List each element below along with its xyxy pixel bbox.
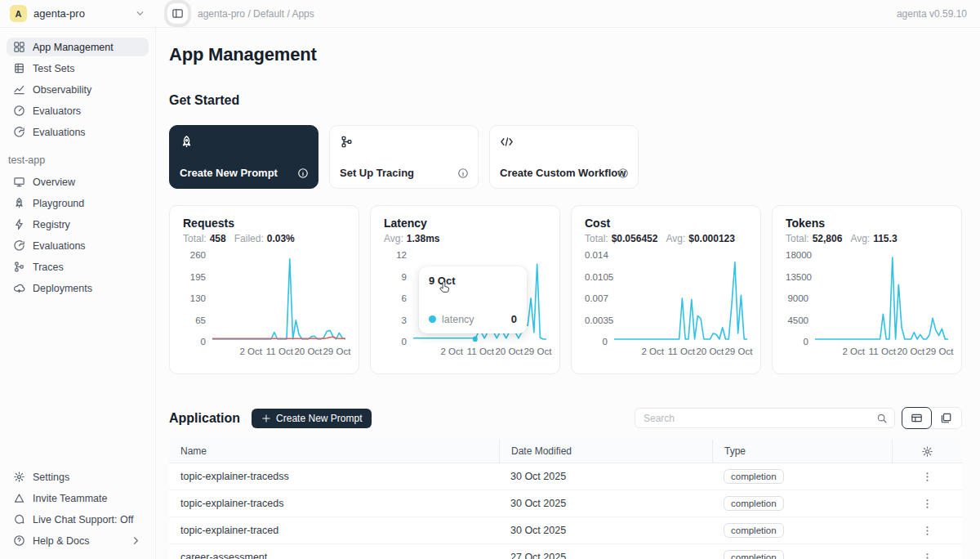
info-icon[interactable] [617, 168, 629, 179]
sidebar-item-invite-teammate[interactable]: Invite Teammate [7, 489, 149, 508]
sidebar-item-settings[interactable]: Settings [7, 467, 149, 486]
set-up-tracing-card[interactable]: Set Up Tracing [329, 125, 479, 189]
breadcrumb[interactable]: agenta-pro / Default / Apps [198, 8, 314, 20]
sidebar-item-label: Deployments [33, 283, 92, 294]
metric-value: 1.38ms [407, 233, 440, 244]
cost-series-cost [614, 262, 747, 339]
tokens-chart-card: Tokens Total:52,806Avg:115.3 18000135009… [772, 205, 962, 374]
create-new-prompt-button[interactable]: Create New Prompt [252, 409, 372, 428]
type-badge: completion [724, 496, 784, 511]
table-row[interactable]: topic-explainer-traced 30 Oct 2025 compl… [169, 517, 962, 544]
sidebar-item-help-docs[interactable]: Help & Docs [7, 531, 149, 550]
sidebar-item-evaluators[interactable]: Evaluators [7, 101, 149, 120]
chart-metrics: Avg:1.38ms [384, 233, 546, 244]
sidebar-item-overview[interactable]: Overview [7, 172, 149, 191]
chart-title: Latency [384, 217, 546, 230]
traces-icon [13, 261, 25, 273]
sidebar: App ManagementTest SetsObservabilityEval… [0, 28, 156, 559]
chart-metrics: Total:$0.056452Avg:$0.000123 [585, 233, 747, 244]
stats-row: Requests Total:458Failed:0.03% 260195130… [169, 205, 962, 374]
chevron-down-icon [134, 7, 146, 20]
sidebar-item-live-chat-support-off[interactable]: Live Chat Support: Off [7, 510, 149, 529]
column-header-type: Type [712, 440, 892, 463]
sidebar-item-evaluations[interactable]: Evaluations [7, 236, 149, 255]
create-custom-workflow-card[interactable]: Create Custom Workflow [489, 125, 639, 189]
get-started-heading: Get Started [169, 93, 962, 108]
tokens-series-tokens [815, 257, 948, 339]
chart-plot[interactable]: 2 Oct11 Oct20 Oct29 Oct [212, 255, 345, 359]
chart-title: Requests [183, 217, 345, 230]
chevron-right-icon [130, 534, 142, 547]
search-input[interactable] [635, 413, 876, 424]
sidebar-item-label: Evaluators [33, 105, 81, 117]
code-icon [500, 135, 514, 149]
get-started-card-label: Create Custom Workflow [500, 167, 626, 179]
card-view-button[interactable] [931, 408, 961, 428]
get-started-row: Create New PromptSet Up TracingCreate Cu… [169, 125, 962, 189]
metric-label: Avg: [666, 233, 685, 244]
topbar: A agenta-pro agenta-pro / Default / Apps… [0, 0, 980, 28]
app-table: Name Date Modified Type topic-explainer-… [169, 440, 962, 559]
sidebar-item-registry[interactable]: Registry [7, 215, 149, 234]
table-view-button[interactable] [902, 407, 932, 429]
workspace-switcher[interactable]: A agenta-pro [0, 5, 156, 22]
type-badge: completion [724, 523, 784, 538]
x-axis-labels: 2 Oct11 Oct20 Oct29 Oct [413, 347, 546, 359]
sidebar-item-label: Evaluations [33, 240, 86, 252]
app-type: completion [712, 517, 892, 543]
dots-vertical-icon [921, 552, 933, 559]
sidebar-item-test-sets[interactable]: Test Sets [7, 59, 149, 78]
info-icon[interactable] [457, 168, 469, 179]
create-new-prompt-card[interactable]: Create New Prompt [169, 125, 318, 189]
grid-icon [13, 41, 25, 53]
dots-vertical-icon [921, 498, 933, 510]
date-modified: 30 Oct 2025 [499, 517, 712, 543]
invite-icon [13, 492, 25, 504]
table-row[interactable]: career-assessment 27 Oct 2025 completion [169, 544, 962, 559]
metric-value: $0.056452 [612, 233, 658, 244]
column-settings-button[interactable] [918, 441, 938, 461]
metric-value: 458 [210, 233, 226, 244]
y-axis-ticks: 0.0140.01050.0070.00350 [585, 250, 614, 347]
row-menu-button[interactable] [917, 467, 937, 486]
sidebar-item-observability[interactable]: Observability [7, 80, 149, 99]
search-icon[interactable] [876, 413, 888, 424]
info-icon[interactable] [297, 168, 309, 179]
sidebar-item-app-management[interactable]: App Management [7, 38, 149, 56]
create-new-prompt-label: Create New Prompt [276, 413, 362, 424]
overview-icon [13, 176, 25, 188]
card-view-icon [940, 412, 952, 424]
sidebar-item-traces[interactable]: Traces [7, 257, 149, 276]
x-axis-labels: 2 Oct11 Oct20 Oct29 Oct [815, 347, 948, 359]
latency-chart-card: Latency Avg:1.38ms 129630 2 Oct11 Oct20 … [370, 205, 560, 374]
tooltip-series-label: latency [442, 314, 474, 325]
chart-plot[interactable]: 2 Oct11 Oct20 Oct29 Oct [614, 255, 747, 359]
evaluators-icon [13, 105, 25, 117]
sidebar-app-nav: OverviewPlaygroundRegistryEvaluationsTra… [7, 172, 149, 300]
settings-icon [13, 471, 25, 483]
app-root: A agenta-pro agenta-pro / Default / Apps… [0, 0, 980, 559]
requests-sparkline [212, 255, 345, 342]
app-name: topic-explainer-traced [169, 517, 499, 543]
chart-plot[interactable]: 2 Oct11 Oct20 Oct29 Oct [815, 255, 948, 359]
row-menu-button[interactable] [917, 548, 937, 559]
settings-icon [921, 445, 933, 458]
chart-metrics: Total:52,806Avg:115.3 [786, 233, 948, 244]
hover-point-marker [473, 337, 478, 342]
sidebar-item-label: Registry [33, 219, 70, 230]
sidebar-item-deployments[interactable]: Deployments [7, 279, 149, 297]
sidebar-item-playground[interactable]: Playground [7, 194, 149, 212]
row-menu-button[interactable] [917, 494, 937, 513]
dots-vertical-icon [921, 525, 933, 537]
zap-icon [13, 218, 25, 230]
row-menu-button[interactable] [917, 521, 937, 540]
table-row[interactable]: topic-explainer-traceds 30 Oct 2025 comp… [169, 490, 962, 517]
sidebar-item-label: Observability [33, 84, 91, 96]
main-content: App Management Get Started Create New Pr… [156, 28, 980, 559]
table-row[interactable]: topic-explainer-tracedss 30 Oct 2025 com… [169, 463, 962, 490]
sidebar-item-label: Live Chat Support: Off [33, 514, 133, 525]
sidebar-toggle-button[interactable] [167, 3, 188, 24]
metric-label: Total: [786, 233, 809, 244]
sidebar-item-evaluations[interactable]: Evaluations [7, 123, 149, 141]
chart-title: Cost [585, 217, 747, 230]
